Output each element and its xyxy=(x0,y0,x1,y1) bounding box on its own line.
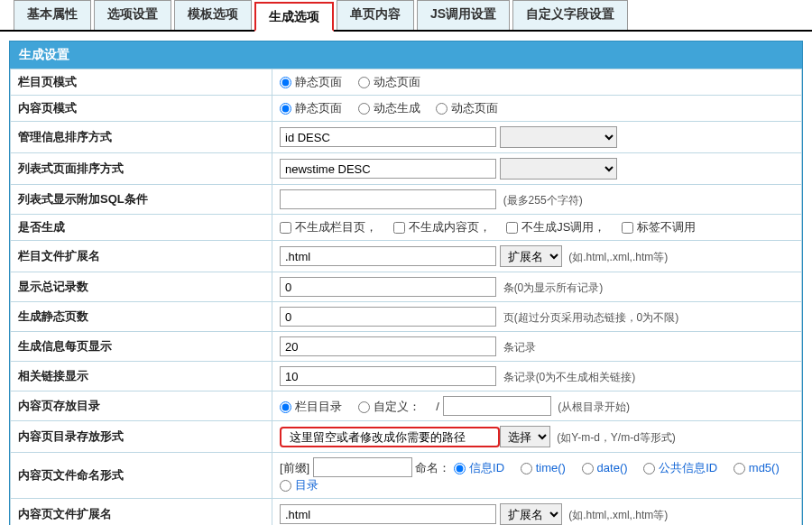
label-list-order: 列表式页面排序方式 xyxy=(11,153,272,185)
check-label: 标签不调用 xyxy=(637,220,696,234)
per-page-input[interactable] xyxy=(280,336,496,356)
label-related: 相关链接显示 xyxy=(11,362,272,391)
tab-bar: 基本属性 选项设置 模板选项 生成选项 单页内容 JS调用设置 自定义字段设置 xyxy=(0,0,812,32)
form-table: 栏目页模式 静态页面 动态页面 内容页模式 静态页面 动态生成 动态页面 管理信… xyxy=(10,69,802,525)
radio-label: 公共信息ID xyxy=(659,461,717,474)
related-input[interactable] xyxy=(280,366,496,386)
radio-name-dir[interactable]: 目录 xyxy=(280,478,318,492)
radio-label: time() xyxy=(536,461,566,474)
manage-order-input[interactable] xyxy=(280,127,496,147)
check-no-col[interactable]: 不生成栏目页， xyxy=(280,220,377,234)
dir-form-highlight xyxy=(280,427,500,447)
static-pages-input[interactable] xyxy=(280,307,496,327)
file-prefix-label: [前缀] xyxy=(280,461,309,474)
radio-label: 动态页面 xyxy=(451,101,498,115)
col-ext-hint: (如.html,.xml,.htm等) xyxy=(568,251,668,263)
label-save-dir: 内容页存放目录 xyxy=(11,391,272,421)
list-sql-hint: (最多255个字符) xyxy=(503,194,583,207)
label-per-page: 生成信息每页显示 xyxy=(11,332,272,362)
radio-content-dynamic[interactable]: 动态页面 xyxy=(436,101,498,115)
file-naming-label: 命名： xyxy=(415,461,450,474)
radio-dir-custom[interactable]: 自定义： xyxy=(358,400,420,413)
col-ext-input[interactable] xyxy=(280,246,496,266)
file-prefix-input[interactable] xyxy=(313,457,412,477)
radio-label: md5() xyxy=(749,461,780,474)
total-input[interactable] xyxy=(280,277,496,297)
list-order-input[interactable] xyxy=(280,159,496,179)
check-label: 不生成内容页， xyxy=(409,220,491,234)
radio-label: 动态页面 xyxy=(374,75,420,88)
tab-basic[interactable]: 基本属性 xyxy=(14,0,91,30)
check-no-js[interactable]: 不生成JS调用， xyxy=(506,220,605,234)
radio-label: 目录 xyxy=(295,478,318,492)
radio-name-md5[interactable]: md5() xyxy=(734,461,780,474)
per-page-hint: 条记录 xyxy=(503,341,536,354)
save-dir-hint: (从根目录开始) xyxy=(558,401,630,413)
label-col-mode: 栏目页模式 xyxy=(11,69,272,96)
tab-options[interactable]: 选项设置 xyxy=(94,0,171,30)
radio-name-time[interactable]: time() xyxy=(521,461,566,474)
radio-name-pubid[interactable]: 公共信息ID xyxy=(643,461,717,474)
radio-label: date() xyxy=(597,461,628,474)
radio-name-date[interactable]: date() xyxy=(582,461,628,474)
list-sql-input[interactable] xyxy=(280,189,496,209)
radio-content-static[interactable]: 静态页面 xyxy=(280,101,342,115)
label-file-ext: 内容页文件扩展名 xyxy=(11,499,272,526)
tab-template[interactable]: 模板选项 xyxy=(174,0,252,30)
label-manage-order: 管理信息排序方式 xyxy=(11,122,272,153)
label-static-pages: 生成静态页数 xyxy=(11,302,272,332)
radio-col-static[interactable]: 静态页面 xyxy=(280,75,342,88)
tab-custom[interactable]: 自定义字段设置 xyxy=(512,0,628,30)
tab-single[interactable]: 单页内容 xyxy=(337,0,414,30)
manage-order-select[interactable] xyxy=(500,126,617,148)
dir-form-input[interactable] xyxy=(285,429,491,446)
list-order-select[interactable] xyxy=(500,158,617,180)
label-col-ext: 栏目文件扩展名 xyxy=(11,241,272,272)
total-hint: 条(0为显示所有记录) xyxy=(503,281,604,294)
radio-dir-col[interactable]: 栏目目录 xyxy=(280,400,342,413)
radio-content-dyngen[interactable]: 动态生成 xyxy=(358,101,420,115)
col-ext-select[interactable]: 扩展名 xyxy=(500,245,562,267)
tab-js[interactable]: JS调用设置 xyxy=(417,0,510,30)
radio-label: 动态生成 xyxy=(374,101,420,115)
related-hint: 条记录(0为不生成相关链接) xyxy=(503,371,636,383)
label-content-mode: 内容页模式 xyxy=(11,96,272,122)
label-gen: 是否生成 xyxy=(11,215,272,241)
check-no-tag[interactable]: 标签不调用 xyxy=(622,220,696,234)
radio-label: 信息ID xyxy=(469,461,504,474)
file-ext-select[interactable]: 扩展名 xyxy=(500,503,562,525)
label-file-name: 内容页文件命名形式 xyxy=(11,453,272,499)
check-label: 不生成JS调用， xyxy=(521,220,605,234)
radio-label: 栏目目录 xyxy=(295,400,342,413)
radio-label: 静态页面 xyxy=(295,101,342,115)
file-ext-input[interactable] xyxy=(280,504,496,524)
dir-form-hint: (如Y-m-d，Y/m-d等形式) xyxy=(557,431,676,444)
radio-label: 静态页面 xyxy=(295,75,342,88)
file-ext-hint: (如.html,.xml,.htm等) xyxy=(568,509,668,521)
radio-col-dynamic[interactable]: 动态页面 xyxy=(358,75,420,88)
label-dir-form: 内容页目录存放形式 xyxy=(11,421,272,453)
path-slash: / xyxy=(436,400,439,413)
radio-name-id[interactable]: 信息ID xyxy=(454,461,504,474)
radio-label: 自定义： xyxy=(374,400,420,413)
panel-title: 生成设置 xyxy=(10,41,802,69)
save-dir-input[interactable] xyxy=(443,396,551,416)
static-pages-hint: 页(超过分页采用动态链接，0为不限) xyxy=(503,311,679,324)
check-label: 不生成栏目页， xyxy=(295,220,377,234)
dir-form-select[interactable]: 选择 xyxy=(500,426,550,447)
label-total: 显示总记录数 xyxy=(11,272,272,302)
label-list-sql: 列表式显示附加SQL条件 xyxy=(11,185,272,215)
panel-generate: 生成设置 栏目页模式 静态页面 动态页面 内容页模式 静态页面 动态生成 动态页… xyxy=(9,41,803,525)
tab-generate[interactable]: 生成选项 xyxy=(254,2,334,32)
check-no-content[interactable]: 不生成内容页， xyxy=(393,220,491,234)
